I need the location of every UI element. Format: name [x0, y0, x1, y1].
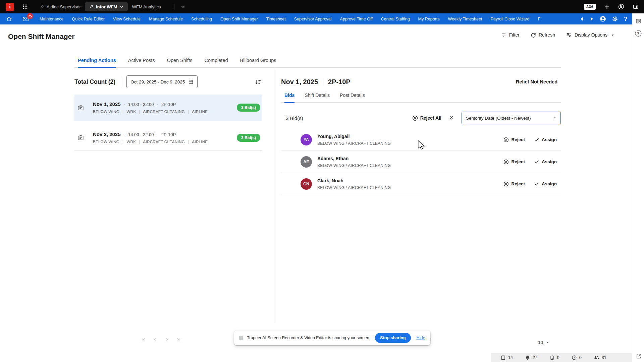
open-external-icon[interactable]: [635, 353, 641, 359]
stop-sharing-button[interactable]: Stop sharing: [375, 333, 411, 343]
browser-profile-icon[interactable]: [618, 4, 624, 10]
open-shift-manager-app: i Airline Supervisor Infor WFM WFM Analy…: [0, 0, 644, 362]
hide-share-bar-link[interactable]: Hide: [417, 336, 425, 340]
add-extension-icon[interactable]: [604, 4, 610, 10]
bid-employee-org: BELOW WING / AIRCRAFT CLEANING: [317, 163, 391, 168]
user-account-icon[interactable]: [600, 16, 606, 22]
check-icon: [534, 181, 539, 186]
nav-menu-item[interactable]: Central Staffing: [381, 17, 410, 21]
assign-bid-button[interactable]: Assign: [534, 137, 557, 142]
employee-avatar: AE: [301, 156, 312, 168]
previous-page-icon[interactable]: [153, 337, 158, 342]
detail-tab[interactable]: Post Details: [340, 93, 365, 103]
status-people[interactable]: 31: [594, 355, 606, 360]
reject-bid-button[interactable]: Reject: [503, 137, 525, 142]
nav-scroll-right-icon[interactable]: [590, 17, 594, 21]
filter-button[interactable]: Filter: [501, 32, 520, 38]
workspace-tab[interactable]: Airline Supervisor: [36, 2, 85, 11]
topbar-divider: [174, 4, 174, 10]
status-tasks[interactable]: 14: [500, 355, 513, 360]
circle-x-icon: [503, 159, 509, 165]
nav-menu-item[interactable]: Payroll Close Wizard: [490, 17, 529, 21]
last-page-icon[interactable]: [176, 337, 181, 342]
open-shift-post-icon: [77, 134, 84, 141]
next-page-icon[interactable]: [164, 337, 169, 342]
home-icon[interactable]: [6, 16, 12, 22]
circle-x-icon: [503, 137, 509, 142]
nav-menu-item[interactable]: F: [538, 17, 540, 21]
detail-shift-code: 2P-10P: [328, 78, 351, 86]
inbox-mail-icon[interactable]: 75: [22, 16, 29, 22]
workspace-overflow-chevron-icon[interactable]: [180, 4, 185, 9]
workspace-tab[interactable]: WFM Analytics: [128, 2, 165, 11]
app-launcher-grid-icon[interactable]: [22, 4, 28, 10]
bid-employee-org: BELOW WING / AIRCRAFT CLEANING: [317, 185, 391, 190]
detail-shift-date: Nov 1, 2025: [281, 78, 318, 86]
shift-card[interactable]: Nov 1, 2025 - 14:00 - 22:00 - 2P-10P BEL…: [74, 95, 262, 121]
nav-menu-item[interactable]: Open Shift Manager: [220, 17, 258, 21]
status-alerts[interactable]: 27: [525, 355, 537, 360]
employee-avatar: YA: [301, 134, 312, 145]
detail-tab[interactable]: Shift Details: [305, 93, 330, 103]
sort-shifts-button[interactable]: [255, 79, 261, 85]
reject-bid-button[interactable]: Reject: [503, 159, 525, 165]
help-icon[interactable]: ?: [624, 16, 627, 22]
date-range-input[interactable]: Oct 29, 2025 - Dec 9, 2025: [126, 75, 198, 88]
workspace-tab-label: Infor WFM: [96, 4, 117, 9]
nav-menu-item[interactable]: Approve Time Off: [340, 17, 373, 21]
first-page-icon[interactable]: [141, 337, 146, 342]
display-options-button[interactable]: Display Options: [566, 32, 614, 38]
bid-sort-select[interactable]: Seniority Date (Oldest - Newest): [462, 112, 561, 124]
nav-menu-item[interactable]: Supervisor Approval: [294, 17, 332, 21]
nav-menu-item[interactable]: Quick Rule Editor: [72, 17, 105, 21]
screen-share-notification: Trupeer AI Screen Recorder & Video Edito…: [234, 330, 430, 345]
pause-icon: [239, 336, 243, 340]
total-count-label: Total Count (2): [74, 78, 115, 85]
nav-menu-item[interactable]: Maintenance: [40, 17, 64, 21]
refresh-button[interactable]: Refresh: [530, 32, 555, 38]
help-circle-icon[interactable]: ?: [635, 30, 641, 37]
profile-initials-badge[interactable]: AX6: [584, 4, 596, 10]
shift-time: 14:00 - 22:00: [128, 102, 154, 107]
clock-icon: [572, 355, 577, 360]
main-tab[interactable]: Active Posts: [128, 58, 155, 68]
status-badges[interactable]: 0: [549, 355, 559, 360]
people-icon: [594, 355, 599, 360]
nav-menu-item[interactable]: Weekly Timesheet: [448, 17, 482, 21]
mouse-cursor: [417, 140, 425, 152]
collapse-all-chevron-icon[interactable]: [449, 115, 454, 121]
shift-tag: AIRLINE: [192, 140, 208, 144]
infor-logo[interactable]: i: [6, 3, 14, 11]
nav-menu-item[interactable]: Timesheet: [266, 17, 286, 21]
reject-bid-button[interactable]: Reject: [503, 181, 525, 187]
main-tab-bar: Pending ActionsActive PostsOpen ShiftsCo…: [74, 52, 561, 68]
main-tab[interactable]: Open Shifts: [167, 58, 193, 68]
main-tab[interactable]: Pending Actions: [78, 58, 116, 68]
settings-gear-icon[interactable]: [612, 16, 618, 22]
assign-bid-button[interactable]: Assign: [534, 181, 557, 186]
main-tab[interactable]: Completed: [204, 58, 228, 68]
nav-menu-item[interactable]: Manage Schedule: [149, 17, 183, 21]
reject-all-button[interactable]: Reject All: [412, 115, 441, 121]
shift-time: 14:00 - 22:00: [128, 132, 154, 137]
page-size-select[interactable]: 10: [538, 340, 549, 345]
page-header: Open Shift Manager Filter Refresh Displa…: [0, 24, 632, 47]
nav-scroll-left-icon[interactable]: [580, 17, 584, 21]
chevron-down-icon: [119, 5, 124, 9]
employee-avatar: CN: [301, 178, 312, 190]
workspace-tab[interactable]: Infor WFM: [85, 2, 128, 11]
relief-not-needed-label[interactable]: Relief Not Needed: [516, 79, 557, 84]
workspace-tab-label: WFM Analytics: [132, 4, 161, 9]
nav-menu-item[interactable]: Scheduling: [191, 17, 212, 21]
nav-menu-item[interactable]: My Reports: [418, 17, 440, 21]
detail-tab[interactable]: Bids: [284, 93, 294, 103]
status-clock[interactable]: 0: [572, 355, 582, 360]
title-separator: [323, 78, 323, 86]
panel-layout-icon[interactable]: [635, 18, 641, 24]
main-tab[interactable]: Billboard Groups: [240, 58, 276, 68]
nav-menu-item[interactable]: View Schedule: [113, 17, 141, 21]
dash: -: [124, 102, 125, 107]
browser-window-panel-icon[interactable]: [633, 4, 639, 10]
shift-card[interactable]: Nov 2, 2025 - 14:00 - 22:00 - 2P-10P BEL…: [74, 125, 262, 151]
assign-bid-button[interactable]: Assign: [534, 159, 557, 164]
